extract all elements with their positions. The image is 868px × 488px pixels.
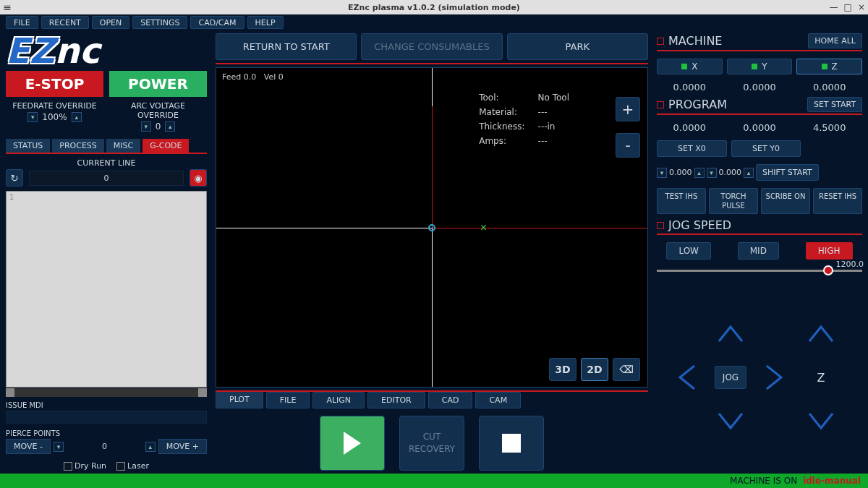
pierce-label: PIERCE POINTS	[6, 429, 207, 437]
tab-status[interactable]: STATUS	[6, 139, 50, 153]
jog-center-label: JOG	[715, 366, 746, 389]
window-titlebar: ≡ EZnc plasma v1.0.2 (simulation mode) —…	[0, 0, 868, 14]
jog-low-button[interactable]: LOW	[666, 242, 711, 260]
tab-misc[interactable]: MISC	[106, 139, 140, 153]
program-z-coord: 4.5000	[796, 122, 862, 133]
minimize-button[interactable]: —	[830, 2, 838, 12]
view-2d-button[interactable]: 2D	[581, 358, 608, 381]
set-start-button[interactable]: SET START	[807, 97, 862, 112]
play-button[interactable]	[320, 416, 385, 471]
play-icon	[344, 432, 361, 455]
offset1-dec[interactable]: ▾	[657, 168, 667, 178]
maximize-button[interactable]: □	[844, 2, 852, 12]
jog-speed-slider[interactable]: 1200.0	[657, 270, 862, 272]
reload-button[interactable]: ↻	[6, 169, 23, 187]
program-y-coord: 0.0000	[727, 122, 793, 133]
axis-y-button[interactable]: Y	[727, 59, 793, 74]
offset2-dec[interactable]: ▾	[707, 168, 717, 178]
close-button[interactable]: ×	[858, 2, 865, 12]
menu-recent[interactable]: RECENT	[41, 16, 89, 29]
tool-info: Tool:No Tool Material:--- Thickness:---i…	[477, 90, 582, 149]
arc-inc-button[interactable]: ▴	[165, 121, 175, 132]
origin-marker	[428, 224, 435, 231]
menu-cadcam[interactable]: CAD/CAM	[190, 16, 244, 29]
jog-mid-button[interactable]: MID	[738, 242, 779, 260]
current-line-value: 0	[29, 171, 184, 186]
ctab-cad[interactable]: CAD	[428, 392, 473, 408]
power-button[interactable]: POWER	[109, 71, 207, 97]
torch-pulse-button[interactable]: TORCH PULSE	[709, 188, 758, 214]
stop-button[interactable]	[479, 416, 544, 471]
program-x-coord: 0.0000	[657, 122, 723, 133]
menu-file[interactable]: FILE	[6, 16, 38, 29]
home-all-button[interactable]: HOME ALL	[808, 33, 862, 48]
ctab-editor[interactable]: EDITOR	[367, 392, 425, 408]
ctab-file[interactable]: FILE	[266, 392, 310, 408]
dryrun-checkbox[interactable]: Dry Run	[64, 461, 106, 471]
jog-right-button[interactable]	[764, 363, 786, 392]
park-button[interactable]: PARK	[507, 33, 648, 60]
scribe-on-button[interactable]: SCRIBE ON	[761, 188, 810, 214]
jog-left-button[interactable]	[676, 363, 697, 392]
tab-process[interactable]: PROCESS	[52, 139, 104, 153]
menu-settings[interactable]: SETTINGS	[132, 16, 187, 29]
offset2-inc[interactable]: ▴	[744, 168, 754, 178]
move-plus-button[interactable]: MOVE +	[158, 439, 207, 454]
z-down-button[interactable]	[807, 411, 835, 432]
h-scrollbar[interactable]	[6, 388, 207, 397]
menu-help[interactable]: HELP	[247, 16, 284, 29]
view-3d-button[interactable]: 3D	[549, 358, 576, 381]
pierce-dec-button[interactable]: ▾	[54, 442, 64, 452]
mdi-input[interactable]	[6, 411, 207, 424]
axis-z-button[interactable]: Z	[796, 59, 862, 74]
plot-viewport[interactable]: Feed 0.0 Vel 0 Tool:No Tool Material:---…	[216, 67, 648, 388]
shift-start-button[interactable]: SHIFT START	[756, 164, 819, 181]
ctab-cam[interactable]: CAM	[475, 392, 521, 408]
feed-inc-button[interactable]: ▴	[72, 112, 82, 122]
mode-status: idle-manual	[803, 476, 861, 486]
z-jog-pad: Z	[803, 327, 839, 428]
target-icon[interactable]: ◉	[190, 169, 207, 187]
machine-x-coord: 0.0000	[657, 82, 723, 93]
z-up-button[interactable]	[807, 322, 835, 344]
jog-down-button[interactable]	[716, 411, 745, 432]
feed-dec-button[interactable]: ▾	[27, 112, 38, 122]
ctab-align[interactable]: ALIGN	[312, 392, 365, 408]
jog-up-button[interactable]	[716, 322, 745, 344]
jog-dpad: JOG	[680, 327, 781, 428]
stop-icon	[502, 434, 521, 453]
machine-section-header: MACHINE HOME ALL	[657, 33, 862, 51]
set-y0-button[interactable]: SET Y0	[731, 140, 801, 157]
pierce-inc-button[interactable]: ▴	[145, 442, 156, 452]
clear-view-button[interactable]: ⌫	[613, 358, 640, 381]
tab-gcode[interactable]: G-CODE	[142, 139, 189, 153]
estop-button[interactable]: E-STOP	[6, 71, 103, 97]
jogspeed-section-header: JOG SPEED	[657, 218, 862, 235]
cut-recovery-button[interactable]: CUT RECOVERY	[399, 416, 464, 471]
menubar: FILE RECENT OPEN SETTINGS CAD/CAM HELP	[0, 14, 868, 30]
arc-dec-button[interactable]: ▾	[141, 121, 151, 132]
menu-open[interactable]: OPEN	[92, 16, 129, 29]
reset-ihs-button[interactable]: RESET IHS	[813, 188, 862, 214]
z-label: Z	[817, 370, 825, 384]
jog-high-button[interactable]: HIGH	[806, 242, 853, 260]
offset1-inc[interactable]: ▴	[694, 168, 705, 178]
arc-override-label: ARC VOLTAGE OVERRIDE	[109, 101, 207, 120]
arc-override-value: 0	[156, 121, 161, 132]
change-consumables-button[interactable]: CHANGE CONSUMABLES	[361, 33, 502, 60]
machine-y-coord: 0.0000	[727, 82, 793, 93]
laser-checkbox[interactable]: Laser	[116, 461, 149, 471]
return-to-start-button[interactable]: RETURN TO START	[216, 33, 357, 60]
hamburger-icon[interactable]: ≡	[0, 1, 14, 13]
gcode-editor[interactable]: 1	[6, 191, 207, 388]
move-minus-button[interactable]: MOVE -	[6, 439, 51, 454]
axis-x-button[interactable]: X	[657, 59, 723, 74]
status-bar: MACHINE IS ON idle-manual	[0, 474, 868, 488]
feedrate-override-label: FEEDRATE OVERRIDE	[6, 101, 103, 111]
mdi-label: ISSUE MDI	[6, 401, 207, 409]
ctab-plot[interactable]: PLOT	[216, 390, 263, 408]
test-ihs-button[interactable]: TEST IHS	[657, 188, 706, 214]
zoom-out-button[interactable]: -	[616, 133, 640, 158]
set-x0-button[interactable]: SET X0	[657, 140, 727, 157]
zoom-in-button[interactable]: +	[616, 97, 640, 121]
